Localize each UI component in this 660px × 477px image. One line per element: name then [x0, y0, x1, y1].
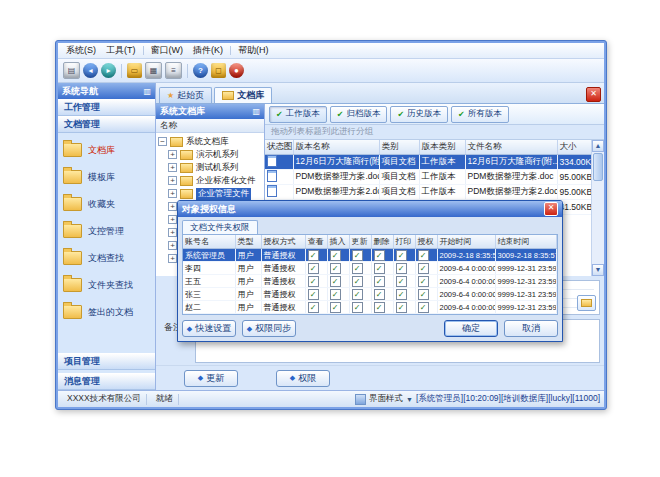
dialog-close-button[interactable]: ✕ — [544, 202, 558, 216]
delete-checkbox[interactable] — [374, 289, 385, 300]
working-version-button[interactable]: ✔工作版本 — [269, 106, 327, 123]
ok-button[interactable]: 确定 — [444, 320, 498, 337]
col-delete[interactable]: 删除 — [371, 235, 393, 249]
insert-checkbox[interactable] — [330, 289, 341, 300]
authorize-checkbox[interactable] — [418, 263, 429, 274]
col-file-name[interactable]: 文件名称 — [465, 140, 557, 155]
col-view[interactable]: 查看 — [305, 235, 327, 249]
sidebar-item-doc-library[interactable]: 文档库 — [63, 139, 150, 161]
col-update[interactable]: 更新 — [349, 235, 371, 249]
menu-tools[interactable]: 工具(T) — [101, 43, 141, 58]
view-checkbox[interactable] — [308, 289, 319, 300]
col-account[interactable]: 账号名 — [183, 235, 235, 249]
authorize-checkbox[interactable] — [418, 302, 429, 313]
update-button[interactable]: ◆更新 — [184, 370, 238, 387]
help-icon[interactable]: ? — [193, 63, 208, 78]
delete-checkbox[interactable] — [374, 263, 385, 274]
print-checkbox[interactable] — [396, 289, 407, 300]
menu-window[interactable]: 窗口(W) — [146, 43, 189, 58]
permission-button[interactable]: ◆权限 — [276, 370, 330, 387]
col-category[interactable]: 类别 — [379, 140, 419, 155]
exit-icon[interactable]: ● — [229, 63, 244, 78]
tab-home[interactable]: ★起始页 — [159, 87, 212, 103]
insert-checkbox[interactable] — [330, 276, 341, 287]
insert-checkbox[interactable] — [330, 263, 341, 274]
attachment-button[interactable] — [577, 295, 596, 311]
all-version-button[interactable]: ✔所有版本 — [451, 106, 509, 123]
expand-icon[interactable]: + — [168, 150, 177, 159]
tree-item[interactable]: +测试机系列 — [158, 161, 264, 174]
insert-checkbox[interactable] — [330, 250, 341, 261]
menu-plugins[interactable]: 插件(K) — [188, 43, 228, 58]
vertical-scrollbar[interactable]: ▲ ▼ — [591, 140, 604, 276]
expand-icon[interactable]: + — [168, 241, 177, 250]
quick-setup-button[interactable]: ◆快速设置 — [182, 320, 236, 337]
back-icon[interactable]: ◂ — [83, 63, 98, 78]
view-checkbox[interactable] — [308, 302, 319, 313]
permission-row[interactable]: 李四 用户 普通授权 2009-6-4 0:00:00 — [183, 262, 557, 275]
print-checkbox[interactable] — [396, 250, 407, 261]
delete-checkbox[interactable] — [374, 250, 385, 261]
permission-row[interactable]: 张三 用户 普通授权 2009-6-4 0:00:00 — [183, 288, 557, 301]
menu-system[interactable]: 系统(S) — [61, 43, 101, 58]
update-checkbox[interactable] — [352, 289, 363, 300]
calculator-icon[interactable]: ≡ — [165, 62, 182, 79]
menu-help[interactable]: 帮助(H) — [233, 43, 274, 58]
table-row[interactable]: PDM数据整理方案2.doc 项目文档 工作版本 PDM数据整理方案2.doc … — [265, 185, 591, 200]
scroll-down-arrow[interactable]: ▼ — [592, 264, 604, 276]
col-start-time[interactable]: 开始时间 — [437, 235, 495, 249]
scrollbar-track[interactable] — [592, 182, 604, 264]
sidebar-item-doc-search[interactable]: 文档查找 — [63, 247, 150, 269]
tree-item[interactable]: +演示机系列 — [158, 148, 264, 161]
update-checkbox[interactable] — [352, 302, 363, 313]
print-checkbox[interactable] — [396, 263, 407, 274]
lock-icon[interactable]: ◻ — [211, 63, 226, 78]
tree-column-header[interactable]: 名称 — [156, 119, 264, 133]
authorize-checkbox[interactable] — [418, 289, 429, 300]
forward-icon[interactable]: ▸ — [101, 63, 116, 78]
col-type[interactable]: 类型 — [235, 235, 261, 249]
sidebar-section-project[interactable]: 项目管理 — [58, 353, 155, 370]
sidebar-item-template-library[interactable]: 模板库 — [63, 166, 150, 188]
scroll-up-arrow[interactable]: ▲ — [592, 140, 604, 152]
collapse-icon[interactable]: − — [158, 137, 167, 146]
sidebar-item-checked-out-docs[interactable]: 签出的文档 — [63, 301, 150, 323]
new-doc-icon[interactable]: ▤ — [63, 62, 80, 79]
col-print[interactable]: 打印 — [393, 235, 415, 249]
col-authorize[interactable]: 授权 — [415, 235, 437, 249]
close-tab-button[interactable]: ✕ — [586, 87, 601, 102]
authorize-checkbox[interactable] — [418, 250, 429, 261]
print-checkbox[interactable] — [396, 276, 407, 287]
tree-root[interactable]: −系统文档库 — [158, 135, 264, 148]
expand-icon[interactable]: + — [168, 202, 177, 211]
view-checkbox[interactable] — [308, 263, 319, 274]
update-checkbox[interactable] — [352, 276, 363, 287]
sidebar-item-favorites[interactable]: 收藏夹 — [63, 193, 150, 215]
tab-doc-library[interactable]: 文档库 — [214, 87, 272, 103]
expand-icon[interactable]: + — [168, 176, 177, 185]
col-version-name[interactable]: 版本名称 — [293, 140, 379, 155]
dialog-titlebar[interactable]: 对象授权信息 ✕ — [178, 201, 562, 217]
pin-icon[interactable]: ▥ — [252, 107, 260, 116]
col-insert[interactable]: 插入 — [327, 235, 349, 249]
view-checkbox[interactable] — [308, 250, 319, 261]
delete-checkbox[interactable] — [374, 302, 385, 313]
authorize-checkbox[interactable] — [418, 276, 429, 287]
update-checkbox[interactable] — [352, 250, 363, 261]
history-version-button[interactable]: ✔历史版本 — [390, 106, 448, 123]
update-checkbox[interactable] — [352, 263, 363, 274]
expand-icon[interactable]: + — [168, 189, 177, 198]
expand-icon[interactable]: + — [168, 163, 177, 172]
expand-icon[interactable]: + — [168, 228, 177, 237]
sidebar-item-doc-control[interactable]: 文控管理 — [63, 220, 150, 242]
sidebar-section-message[interactable]: 消息管理 — [58, 373, 155, 390]
sidebar-section-work[interactable]: 工作管理 — [58, 99, 155, 116]
pin-icon[interactable]: ▥ — [143, 87, 151, 96]
permission-row[interactable]: 王五 用户 普通授权 2009-6-4 0:00:00 — [183, 275, 557, 288]
col-auth-mode[interactable]: 授权方式 — [261, 235, 305, 249]
insert-checkbox[interactable] — [330, 302, 341, 313]
expand-icon[interactable]: + — [168, 215, 177, 224]
scrollbar-thumb[interactable] — [593, 153, 603, 181]
ui-style-label[interactable]: 界面样式 — [369, 393, 403, 405]
tree-item[interactable]: +企业标准化文件 — [158, 174, 264, 187]
